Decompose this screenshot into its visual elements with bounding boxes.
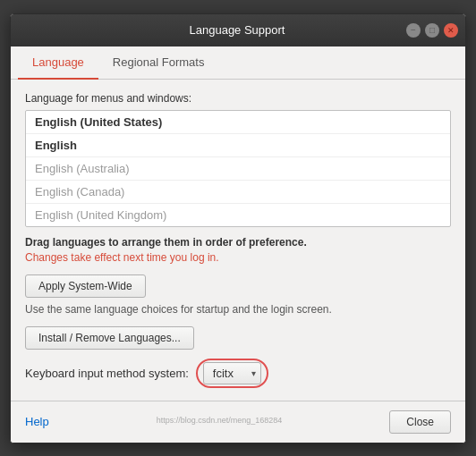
titlebar-controls: − □ (406, 23, 458, 38)
help-button[interactable]: Help (25, 415, 49, 428)
minimize-button[interactable]: − (406, 23, 421, 38)
list-item: English (Australia) (26, 157, 450, 181)
language-list: English (United States) English English … (25, 110, 451, 227)
apply-system-wide-button[interactable]: Apply System-Wide (25, 274, 146, 298)
watermark: https://blog.csdn.net/meng_168284 (146, 416, 293, 428)
footer: Help https://blog.csdn.net/meng_168284 C… (11, 401, 465, 443)
list-item: English (United Kingdom) (26, 204, 450, 226)
window-title: Language Support (68, 23, 406, 37)
login-note: Changes take effect next time you log in… (25, 251, 451, 264)
language-section-label: Language for menus and windows: (25, 92, 451, 105)
language-tab-content: Language for menus and windows: English … (11, 80, 465, 401)
system-note: Use the same language choices for startu… (25, 303, 451, 316)
tab-language[interactable]: Language (18, 46, 98, 80)
close-titlebar-button[interactable] (444, 23, 458, 38)
install-remove-button[interactable]: Install / Remove Languages... (25, 326, 194, 350)
drag-note: Drag languages to arrange them in order … (25, 236, 451, 249)
keyboard-select[interactable]: fcitx ibus none (203, 362, 261, 384)
titlebar: Language Support − □ (11, 14, 465, 46)
keyboard-label: Keyboard input method system: (25, 367, 189, 380)
language-support-window: Language Support − □ Language Regional F… (10, 13, 466, 443)
close-button[interactable]: Close (389, 410, 451, 434)
fcitx-highlight-circle: fcitx ibus none ▾ (196, 359, 268, 388)
keyboard-input-row: Keyboard input method system: fcitx ibus… (25, 359, 451, 388)
list-item: English (Canada) (26, 181, 450, 204)
tab-regional-formats[interactable]: Regional Formats (98, 46, 219, 80)
list-item: English (United States) (26, 111, 450, 134)
tab-bar: Language Regional Formats (11, 46, 465, 80)
list-item: English (26, 134, 450, 157)
maximize-button[interactable]: □ (425, 23, 439, 38)
keyboard-select-wrapper: fcitx ibus none ▾ (203, 362, 261, 384)
